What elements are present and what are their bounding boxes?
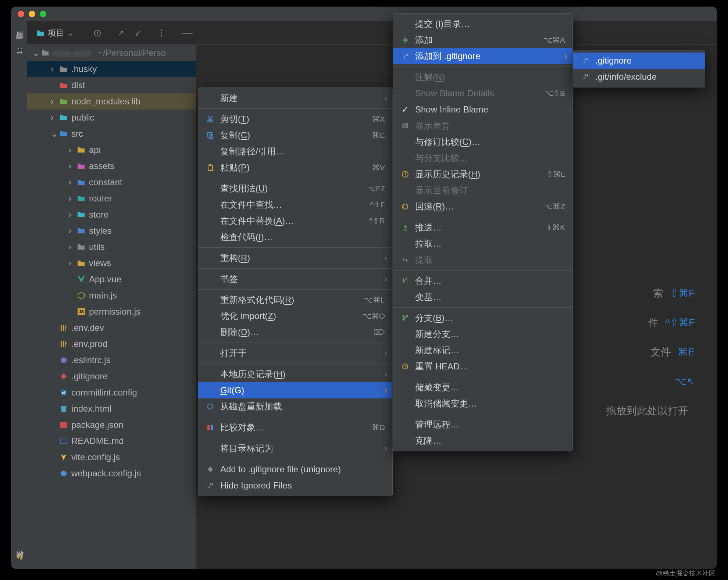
tree-item[interactable]: › public (27, 110, 196, 126)
file-type-icon (77, 243, 85, 251)
menu-item[interactable]: 优化 import(Z) ⌥⌘O (198, 308, 392, 324)
hint-shortcut: ⌘E (678, 337, 695, 367)
project-tool-tab[interactable]: 1: 项目 (14, 32, 24, 54)
menu-item-label: 重构(R) (220, 252, 385, 264)
minimize-window-icon[interactable] (29, 11, 35, 17)
tree-item[interactable]: dist (27, 77, 196, 93)
menu-item[interactable]: .i* .git/info/exclude (573, 69, 705, 85)
menu-item[interactable]: 复制(C) ⌘C (198, 127, 392, 143)
menu-item-label: 删除(D)… (220, 326, 361, 338)
menu-item[interactable]: 本地历史记录(H) › (198, 366, 392, 382)
zoom-window-icon[interactable] (40, 11, 46, 17)
menu-item[interactable]: 重构(R) › (198, 250, 392, 266)
menu-item[interactable]: 粘贴(P) ⌘V (198, 160, 392, 176)
menu-item-label: 显示差异 (415, 120, 565, 132)
tree-item[interactable]: › api (27, 142, 196, 158)
menu-item[interactable]: 书签 › (198, 271, 392, 287)
menu-item[interactable]: 显示历史记录(H) ⇧⌘L (393, 166, 572, 182)
menu-shortcut: ^⇧R (369, 216, 385, 225)
menu-item[interactable]: 打开于 › (198, 345, 392, 361)
menu-item[interactable]: .i* .gitignore (573, 53, 705, 69)
tree-item[interactable]: › router (27, 190, 196, 207)
menu-item[interactable]: 在文件中替换(A)… ^⇧R (198, 213, 392, 229)
menu-item[interactable]: 新建分支… (393, 326, 572, 342)
menu-item[interactable]: 比较对象… ⌘D (198, 419, 392, 436)
minimize-panel-icon[interactable]: — (182, 27, 193, 39)
tree-item[interactable]: ⌄ src (27, 126, 196, 142)
menu-item[interactable]: 推送… ⇧⌘K (393, 219, 572, 236)
tree-item-label: .env.dev (71, 323, 104, 333)
menu-item-label: Add to .gitignore file (unignore) (220, 464, 385, 475)
project-tree[interactable]: ⌄ xxxx-xxxx ~/Personal/Perso › .husky di… (27, 45, 196, 569)
menu-item[interactable]: 取消储藏变更… (393, 395, 572, 412)
chevron-icon: › (51, 64, 56, 74)
menu-item[interactable]: 在文件中查找… ^⇧F (198, 197, 392, 213)
tree-item[interactable]: main.js (27, 287, 196, 304)
tree-item[interactable]: cl commitlint.config (27, 384, 196, 401)
context-menu: 新建 › 剪切(T) ⌘X 复制(C) ⌘C 复制路径/引用… 粘贴( (198, 87, 393, 496)
menu-item[interactable]: 拉取… (393, 236, 572, 252)
tree-item[interactable]: › node_modules lib (27, 93, 196, 110)
tree-item[interactable]: › views (27, 255, 196, 271)
menu-item[interactable]: .i* Hide Ignored Files (198, 477, 392, 494)
tree-item[interactable]: index.html (27, 401, 196, 417)
menu-item[interactable]: 回滚(R)… ⌥⌘Z (393, 198, 572, 215)
tree-item[interactable]: .env.prod (27, 336, 196, 352)
menu-separator (198, 438, 392, 438)
menu-item[interactable]: 变基… (393, 289, 572, 305)
menu-shortcut: ⌘C (372, 131, 385, 140)
menu-item[interactable]: 储藏变更… (393, 379, 572, 395)
menu-item[interactable]: Add to .gitignore file (unignore) (198, 461, 392, 477)
tree-item[interactable]: README.md (27, 433, 196, 449)
expand-icon[interactable]: ↗ (118, 28, 124, 38)
menu-item[interactable]: 剪切(T) ⌘X (198, 111, 392, 127)
menu-item-label: Git(G) (220, 385, 385, 395)
tree-item[interactable]: › .husky (27, 61, 196, 77)
menu-item[interactable]: Git(G) › (198, 382, 392, 398)
menu-item[interactable]: 新建 › (198, 90, 392, 106)
project-dropdown[interactable]: 项目 ⌄ (32, 25, 77, 41)
tree-item[interactable]: .env.dev (27, 320, 196, 336)
menu-item[interactable]: .i* 添加到 .gitignore › (393, 48, 572, 64)
menu-item[interactable]: 与修订比较(C)… (393, 134, 572, 150)
menu-item[interactable]: 管理远程… (393, 416, 572, 433)
menu-item[interactable]: 分支(B)… (393, 310, 572, 326)
tree-item[interactable]: .gitignore (27, 368, 196, 384)
hint-text: 件 (648, 308, 659, 337)
menu-item[interactable]: 克隆… (393, 433, 572, 449)
tree-item[interactable]: JS permission.js (27, 304, 196, 320)
folder-icon (36, 29, 45, 37)
title-bar[interactable] (11, 7, 717, 21)
menu-item[interactable]: 提交 (I)目录… (393, 16, 572, 32)
menu-item[interactable]: 从磁盘重新加载 (198, 398, 392, 415)
project-root-row[interactable]: ⌄ xxxx-xxxx ~/Personal/Perso (27, 45, 196, 61)
menu-item[interactable]: 检查代码(I)… (198, 229, 392, 245)
tree-item[interactable]: › assets (27, 158, 196, 174)
menu-item[interactable]: 重置 HEAD… (393, 358, 572, 375)
close-window-icon[interactable] (18, 11, 24, 17)
menu-item[interactable]: 查找用法(U) ⌥F7 (198, 180, 392, 197)
tree-item[interactable]: package.json (27, 417, 196, 433)
menu-item-label: 显示历史记录(H) (415, 168, 534, 180)
menu-item[interactable]: 添加 ⌥⌘A (393, 32, 572, 48)
menu-item[interactable]: 合并… (393, 273, 572, 289)
tree-item[interactable]: › utils (27, 239, 196, 255)
menu-item[interactable]: 将目录标记为 › (198, 440, 392, 457)
tree-item[interactable]: vite.config.js (27, 449, 196, 465)
menu-item[interactable]: 复制路径/引用… (198, 143, 392, 160)
target-icon[interactable] (93, 29, 101, 37)
tree-item[interactable]: App.vue (27, 271, 196, 287)
tree-item[interactable]: › store (27, 207, 196, 223)
tree-item[interactable]: webpack.config.js (27, 465, 196, 481)
file-type-icon (60, 130, 68, 138)
menu-item[interactable]: ✓ Show Inline Blame (393, 101, 572, 118)
tree-item[interactable]: .eslintrc.js (27, 352, 196, 368)
menu-item[interactable]: 重新格式化代码(R) ⌥⌘L (198, 292, 392, 308)
structure-tool-tab[interactable]: 结构 (14, 553, 24, 565)
menu-item[interactable]: 新建标记… (393, 342, 572, 358)
kebab-icon[interactable]: ⋮ (157, 28, 165, 38)
tree-item[interactable]: › constant (27, 174, 196, 190)
collapse-icon[interactable]: ↙ (135, 28, 141, 38)
menu-item[interactable]: 删除(D)… ⌦ (198, 324, 392, 340)
tree-item[interactable]: › styles (27, 223, 196, 239)
